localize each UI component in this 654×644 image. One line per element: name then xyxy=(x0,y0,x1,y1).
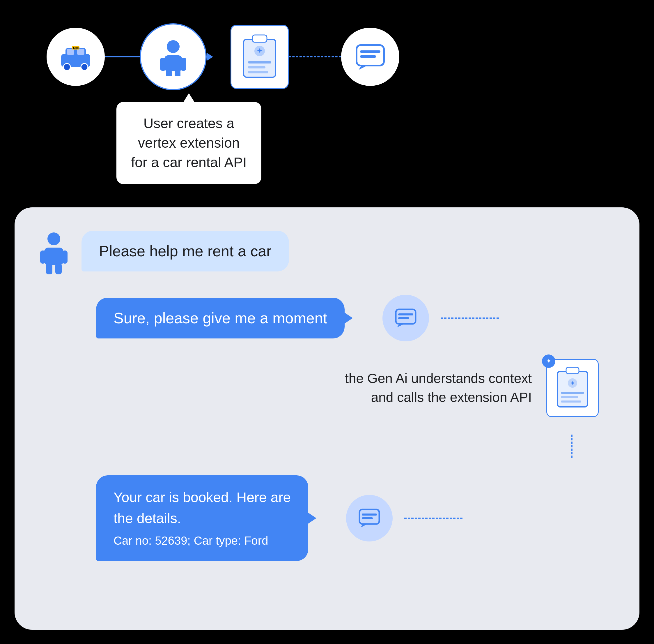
user-icon-circle xyxy=(140,23,207,90)
v-dashed-line xyxy=(38,435,616,458)
svg-rect-3 xyxy=(77,49,84,55)
svg-rect-29 xyxy=(62,251,68,263)
svg-rect-46 xyxy=(362,517,373,519)
tooltip-box: User creates a vertex extension for a ca… xyxy=(116,102,261,184)
star-badge: ✦ xyxy=(542,354,555,368)
arrow-line xyxy=(105,56,140,58)
dashed-line-h-1 xyxy=(441,318,499,319)
context-row: the Gen Ai understands context and calls… xyxy=(38,359,616,417)
arrow-head xyxy=(207,53,213,61)
agent-message-2-line2: the details. xyxy=(114,508,291,529)
svg-rect-2 xyxy=(67,49,74,55)
svg-rect-23 xyxy=(360,50,381,53)
svg-text:✦: ✦ xyxy=(257,46,263,55)
svg-rect-9 xyxy=(165,55,182,71)
svg-rect-20 xyxy=(248,66,265,68)
svg-rect-42 xyxy=(561,396,578,398)
svg-rect-34 xyxy=(398,317,409,319)
svg-text:TAXI: TAXI xyxy=(73,47,79,49)
user-avatar xyxy=(38,231,70,277)
svg-point-5 xyxy=(81,64,88,70)
agent-bubble-1: Sure, please give me a moment xyxy=(96,298,345,339)
svg-rect-10 xyxy=(160,58,166,71)
extension-icon-right: ✦ ✦ xyxy=(546,359,599,417)
svg-rect-11 xyxy=(180,58,186,71)
chat-icon-circle-top xyxy=(341,28,399,86)
context-text: the Gen Ai understands context and calls… xyxy=(345,369,532,407)
svg-rect-16 xyxy=(252,35,267,42)
car-icon-circle: TAXI xyxy=(47,28,105,86)
dashed-line-top xyxy=(289,56,341,58)
diagram-row: TAXI xyxy=(47,23,399,90)
svg-rect-27 xyxy=(44,248,64,265)
tooltip-text: User creates a vertex extension for a ca… xyxy=(131,114,247,172)
agent-message-1-text: Sure, please give me a moment xyxy=(114,309,327,326)
agent-bubble-2: Your car is booked. Here are the details… xyxy=(96,475,308,561)
agent-message-row-1: Sure, please give me a moment xyxy=(96,295,616,341)
user-message-row: Please help me rent a car xyxy=(38,231,616,277)
agent-message-2-line3: Car no: 52639; Car type: Ford xyxy=(114,532,291,549)
svg-rect-33 xyxy=(398,314,413,316)
svg-point-4 xyxy=(64,64,70,70)
vertex-extension-icon: ✦ xyxy=(231,25,289,89)
svg-text:✦: ✦ xyxy=(570,380,575,387)
chat-container: Please help me rent a car Sure, please g… xyxy=(38,231,616,561)
svg-rect-13 xyxy=(175,70,180,76)
chat-icon-circle-1 xyxy=(383,295,429,341)
svg-point-8 xyxy=(167,40,179,53)
svg-rect-28 xyxy=(40,251,45,263)
svg-rect-30 xyxy=(46,263,52,274)
svg-rect-32 xyxy=(396,309,416,324)
chat-icon-circle-2 xyxy=(346,495,393,542)
top-section: TAXI xyxy=(0,0,654,207)
svg-point-26 xyxy=(47,232,60,245)
svg-rect-45 xyxy=(362,513,377,515)
svg-rect-38 xyxy=(566,367,579,374)
svg-rect-19 xyxy=(248,61,271,64)
user-message-bubble: Please help me rent a car xyxy=(81,231,289,272)
svg-rect-12 xyxy=(166,70,172,76)
svg-rect-24 xyxy=(360,55,376,58)
dashed-line-v-1 xyxy=(571,435,573,458)
agent-message-2-line1: Your car is booked. Here are xyxy=(114,487,291,508)
agent-message-row-2: Your car is booked. Here are the details… xyxy=(96,475,616,561)
bottom-section: Please help me rent a car Sure, please g… xyxy=(15,207,639,630)
dashed-line-h-2 xyxy=(404,518,462,519)
svg-rect-43 xyxy=(561,400,581,402)
svg-rect-31 xyxy=(55,263,62,274)
svg-rect-41 xyxy=(561,392,584,394)
svg-rect-44 xyxy=(360,509,379,524)
user-message-text: Please help me rent a car xyxy=(99,243,271,259)
svg-rect-21 xyxy=(248,71,268,73)
